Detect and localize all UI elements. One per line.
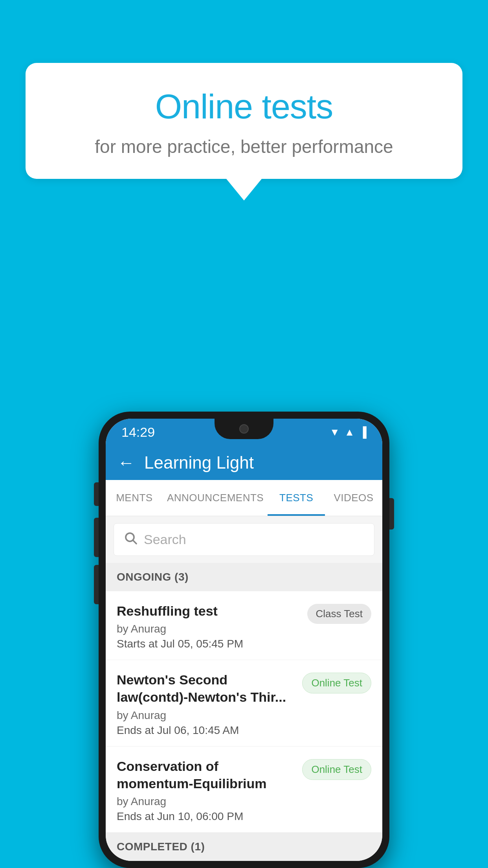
volume-up-button (94, 518, 99, 557)
test-item[interactable]: Reshuffling test by Anurag Starts at Jul… (106, 591, 382, 660)
volume-down-button (94, 565, 99, 604)
test-name: Reshuffling test (117, 602, 301, 620)
signal-icon: ▲ (345, 426, 355, 438)
test-info: Newton's Second law(contd)-Newton's Thir… (117, 671, 296, 736)
phone-screen: 14:29 ▼ ▲ ▐ ← Learning Light (106, 419, 382, 861)
test-badge-online: Online Test (302, 673, 371, 693)
wifi-icon: ▼ (330, 426, 340, 438)
search-placeholder: Search (144, 532, 186, 547)
status-icons: ▼ ▲ ▐ (330, 426, 367, 438)
back-button[interactable]: ← (117, 453, 135, 473)
status-bar: 14:29 ▼ ▲ ▐ (106, 419, 382, 445)
phone-notch (215, 419, 273, 439)
test-badge-class: Class Test (307, 604, 371, 624)
test-date: Ends at Jul 06, 10:45 AM (117, 724, 296, 737)
tabs-bar: MENTS ANNOUNCEMENTS TESTS VIDEOS (106, 480, 382, 516)
search-bar[interactable]: Search (114, 523, 374, 556)
battery-icon: ▐ (360, 426, 367, 438)
phone-outer: 14:29 ▼ ▲ ▐ ← Learning Light (99, 412, 389, 868)
promo-section: Online tests for more practice, better p… (26, 63, 462, 200)
test-name: Conservation of momentum-Equilibrium (117, 758, 296, 792)
camera (239, 424, 249, 434)
tab-videos[interactable]: VIDEOS (325, 480, 382, 516)
test-list: Reshuffling test by Anurag Starts at Jul… (106, 591, 382, 833)
svg-line-1 (133, 541, 136, 544)
test-info: Conservation of momentum-Equilibrium by … (117, 758, 296, 823)
test-author: by Anurag (117, 795, 296, 808)
tab-announcements[interactable]: ANNOUNCEMENTS (163, 480, 268, 516)
test-badge-online-2: Online Test (302, 759, 371, 780)
test-date: Ends at Jun 10, 06:00 PM (117, 810, 296, 823)
test-author: by Anurag (117, 709, 296, 722)
search-icon (123, 531, 138, 548)
test-date: Starts at Jul 05, 05:45 PM (117, 638, 301, 650)
test-name: Newton's Second law(contd)-Newton's Thir… (117, 671, 296, 706)
completed-section-header: COMPLETED (1) (106, 833, 382, 861)
test-item[interactable]: Conservation of momentum-Equilibrium by … (106, 747, 382, 833)
tab-tests[interactable]: TESTS (268, 480, 325, 516)
promo-subtitle: for more practice, better performance (57, 136, 431, 157)
power-button (389, 498, 394, 530)
search-section: Search (106, 516, 382, 563)
tab-ments[interactable]: MENTS (106, 480, 163, 516)
speech-bubble: Online tests for more practice, better p… (26, 63, 462, 179)
test-item[interactable]: Newton's Second law(contd)-Newton's Thir… (106, 660, 382, 746)
app-bar: ← Learning Light (106, 445, 382, 480)
test-author: by Anurag (117, 623, 301, 635)
promo-title: Online tests (57, 86, 431, 127)
phone: 14:29 ▼ ▲ ▐ ← Learning Light (99, 412, 389, 868)
speech-bubble-arrow (226, 179, 262, 200)
ongoing-section-header: ONGOING (3) (106, 563, 382, 591)
phone-mockup: 14:29 ▼ ▲ ▐ ← Learning Light (99, 412, 389, 868)
status-time: 14:29 (121, 425, 155, 440)
app-title: Learning Light (144, 453, 254, 473)
test-info: Reshuffling test by Anurag Starts at Jul… (117, 602, 301, 650)
mute-button (94, 482, 99, 506)
